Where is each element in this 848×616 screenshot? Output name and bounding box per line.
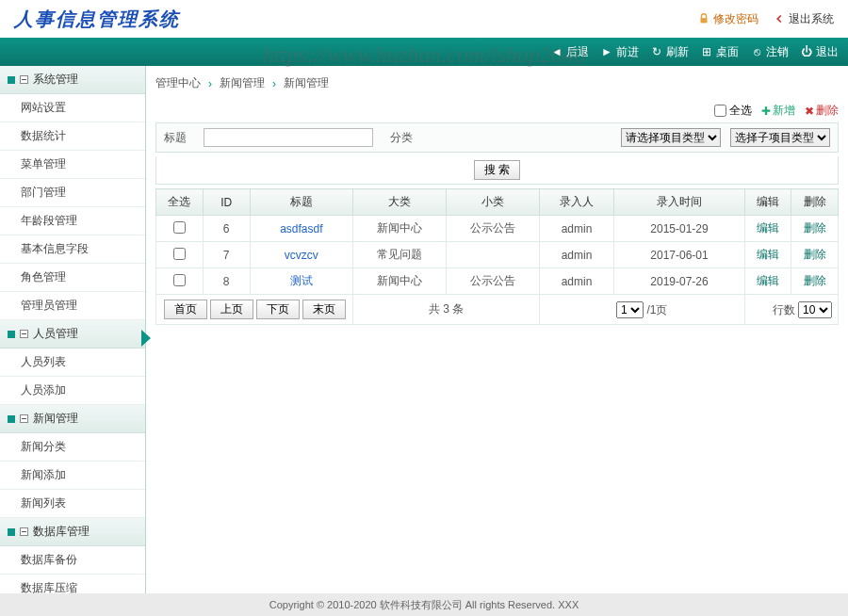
sidebar-group-header[interactable]: 系统管理 <box>0 66 145 94</box>
cell-sub-cat <box>446 242 539 268</box>
toolbar-desktop[interactable]: ⊞桌面 <box>700 44 739 60</box>
pager-last[interactable]: 末页 <box>302 300 346 319</box>
title-label: 标题 <box>156 130 194 146</box>
collapse-icon <box>20 527 28 536</box>
th-main-cat[interactable]: 大类 <box>353 189 447 216</box>
delete-button[interactable]: ✖删除 <box>805 103 839 119</box>
pager-page-select[interactable]: 1 <box>616 301 644 318</box>
cell-id: 6 <box>203 216 250 242</box>
th-entry-time[interactable]: 录入时间 <box>614 189 745 216</box>
logoff-icon: ⎋ <box>750 45 763 58</box>
x-icon: ✖ <box>805 105 814 118</box>
sidebar-item[interactable]: 新闻分类 <box>0 433 145 462</box>
th-sub-cat[interactable]: 小类 <box>446 189 539 216</box>
exit-icon: ⏻ <box>800 45 813 58</box>
th-delete: 删除 <box>791 189 839 216</box>
category-label: 分类 <box>383 130 420 146</box>
sidebar-item[interactable]: 管理员管理 <box>0 292 145 320</box>
sidebar-item[interactable]: 数据库备份 <box>0 546 145 575</box>
svg-rect-0 <box>701 18 708 23</box>
select-all-checkbox[interactable] <box>714 105 726 117</box>
category-select-1[interactable]: 请选择项目类型 <box>621 128 721 147</box>
change-password-link[interactable]: 修改密码 <box>697 11 758 27</box>
pager-total: 共 3 条 <box>353 295 540 325</box>
sidebar-item[interactable]: 人员添加 <box>0 377 145 405</box>
cell-id: 7 <box>203 242 250 268</box>
row-edit-link[interactable]: 编辑 <box>757 221 779 235</box>
square-icon <box>8 528 15 536</box>
sidebar-item[interactable]: 数据统计 <box>0 122 145 151</box>
row-edit-link[interactable]: 编辑 <box>757 248 779 261</box>
square-icon <box>8 415 15 423</box>
cell-main-cat: 常见问题 <box>353 242 447 268</box>
refresh-icon: ↻ <box>650 45 663 58</box>
sidebar-item[interactable]: 角色管理 <box>0 264 145 292</box>
toolbar-refresh[interactable]: ↻刷新 <box>650 44 689 60</box>
th-entrant[interactable]: 录入人 <box>539 189 613 216</box>
cell-main-cat: 新闻中心 <box>353 216 447 242</box>
sidebar-item[interactable]: 部门管理 <box>0 179 145 207</box>
th-title[interactable]: 标题 <box>250 189 353 216</box>
row-edit-link[interactable]: 编辑 <box>757 274 779 287</box>
sidebar-group-label: 数据库管理 <box>33 524 90 540</box>
row-checkbox[interactable] <box>173 221 186 234</box>
title-input[interactable] <box>204 128 373 147</box>
cell-entrant: admin <box>539 268 613 295</box>
back-icon: ◄ <box>550 45 563 58</box>
toolbar-logoff[interactable]: ⎋注销 <box>750 44 789 60</box>
sidebar-group-header[interactable]: 新闻管理 <box>0 405 145 433</box>
sidebar: 系统管理网站设置数据统计菜单管理部门管理年龄段管理基本信息字段角色管理管理员管理… <box>0 66 146 593</box>
toolbar-back[interactable]: ◄后退 <box>550 44 589 60</box>
row-checkbox[interactable] <box>173 274 186 286</box>
row-checkbox[interactable] <box>173 248 186 260</box>
breadcrumb-sep-icon: › <box>272 77 276 90</box>
sidebar-group-label: 新闻管理 <box>33 411 78 427</box>
table-row: 8测试新闻中心公示公告admin2019-07-26编辑删除 <box>156 268 839 295</box>
pager-rows-select[interactable]: 10 <box>798 301 832 318</box>
category-select-2[interactable]: 选择子项目类型 <box>730 128 830 147</box>
cell-title-link[interactable]: vcvzcv <box>285 249 318 262</box>
sidebar-item[interactable]: 菜单管理 <box>0 151 145 179</box>
pager-first[interactable]: 首页 <box>164 300 207 319</box>
search-button[interactable]: 搜 索 <box>474 160 520 180</box>
change-password-label: 修改密码 <box>713 11 758 27</box>
th-id[interactable]: ID <box>203 189 250 216</box>
toolbar-exit[interactable]: ⏻退出 <box>800 44 839 60</box>
select-all-check[interactable]: 全选 <box>714 103 752 119</box>
app-title: 人事信息管理系统 <box>14 7 180 32</box>
breadcrumb-lvl1[interactable]: 新闻管理 <box>220 75 265 91</box>
collapse-icon <box>20 330 28 338</box>
content-area: 管理中心 › 新闻管理 › 新闻管理 全选 ✚新增 ✖删除 标题 分类 请选择项… <box>146 66 848 593</box>
cell-title-link[interactable]: 测试 <box>290 274 313 287</box>
table-row: 7vcvzcv常见问题admin2017-06-01编辑删除 <box>156 242 839 268</box>
cell-sub-cat: 公示公告 <box>446 268 539 295</box>
sidebar-item[interactable]: 新闻添加 <box>0 462 145 490</box>
arrow-left-icon <box>773 12 786 25</box>
row-delete-link[interactable]: 删除 <box>804 221 826 235</box>
pager-rows-label: 行数 <box>773 303 795 316</box>
cell-sub-cat: 公示公告 <box>446 216 539 242</box>
add-button[interactable]: ✚新增 <box>761 103 795 119</box>
row-delete-link[interactable]: 删除 <box>804 274 826 287</box>
sidebar-item[interactable]: 基本信息字段 <box>0 235 145 264</box>
sidebar-item[interactable]: 新闻列表 <box>0 490 145 518</box>
breadcrumb-home[interactable]: 管理中心 <box>155 75 201 91</box>
logout-link[interactable]: 退出系统 <box>773 11 834 27</box>
sidebar-group-header[interactable]: 人员管理 <box>0 320 145 349</box>
toolbar-forward[interactable]: ►前进 <box>600 44 639 60</box>
sidebar-item[interactable]: 数据库压缩 <box>0 575 145 593</box>
pager-next[interactable]: 下页 <box>256 300 300 319</box>
sidebar-group-header[interactable]: 数据库管理 <box>0 518 145 546</box>
sidebar-item[interactable]: 年龄段管理 <box>0 207 145 235</box>
forward-icon: ► <box>600 45 613 58</box>
sidebar-group-label: 人员管理 <box>33 326 78 342</box>
cell-title-link[interactable]: asdfasdf <box>280 222 322 235</box>
cell-entrant: admin <box>539 242 613 268</box>
sidebar-item[interactable]: 人员列表 <box>0 349 145 377</box>
pager-prev[interactable]: 上页 <box>210 300 253 319</box>
pager-page-total: /1页 <box>646 303 667 316</box>
breadcrumb-lvl2: 新闻管理 <box>284 75 329 91</box>
row-delete-link[interactable]: 删除 <box>804 248 826 261</box>
th-select-all[interactable]: 全选 <box>156 189 204 216</box>
sidebar-item[interactable]: 网站设置 <box>0 94 145 122</box>
